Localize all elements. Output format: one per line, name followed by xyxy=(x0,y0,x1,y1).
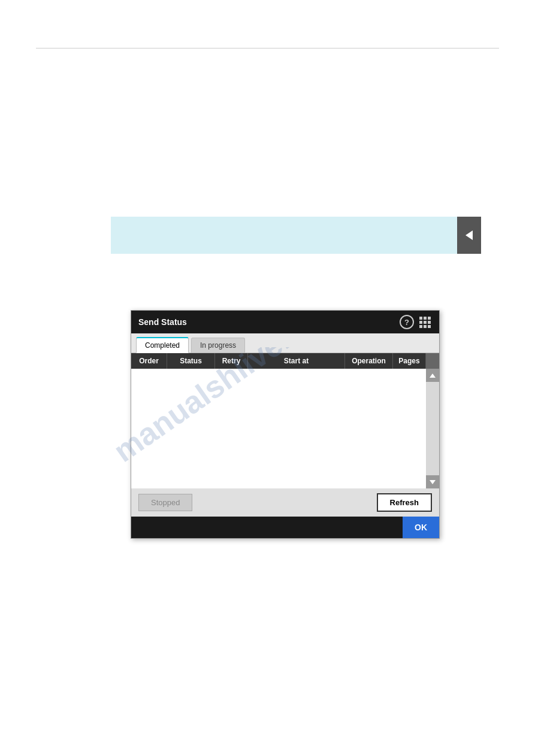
table-header: Order Status Retry Start at Operation Pa… xyxy=(131,353,439,369)
ok-button[interactable]: OK xyxy=(403,517,439,538)
dialog-footer: Stopped Refresh xyxy=(131,488,439,517)
col-scroll-placeholder xyxy=(426,353,439,369)
col-operation: Operation xyxy=(345,353,393,369)
help-icon-button[interactable]: ? xyxy=(400,315,414,329)
col-pages: Pages xyxy=(393,353,426,369)
titlebar-icons: ? xyxy=(400,315,432,329)
refresh-button[interactable]: Refresh xyxy=(377,493,432,512)
dialog-title: Send Status xyxy=(138,317,187,327)
scroll-track xyxy=(426,382,439,475)
scroll-down-button[interactable] xyxy=(426,475,439,488)
tab-in-progress[interactable]: In progress xyxy=(191,338,245,353)
table-rows xyxy=(131,369,426,488)
send-status-dialog: Send Status ? Completed xyxy=(131,310,440,539)
dialog-bottombar: OK xyxy=(131,517,439,538)
dialog-tabs: Completed In progress xyxy=(131,333,439,353)
top-divider xyxy=(36,48,499,48)
col-status: Status xyxy=(167,353,215,369)
scrollbar xyxy=(426,369,439,488)
banner xyxy=(111,217,481,254)
col-retry: Retry xyxy=(215,353,248,369)
scroll-up-button[interactable] xyxy=(426,369,439,382)
arrow-up-icon xyxy=(430,374,436,378)
dialog-titlebar: Send Status ? xyxy=(131,311,439,333)
grid-dots-icon xyxy=(419,317,431,328)
col-start-at: Start at xyxy=(248,353,345,369)
col-order: Order xyxy=(131,353,167,369)
table-body xyxy=(131,369,439,488)
arrow-left-icon xyxy=(466,230,473,240)
tab-completed[interactable]: Completed xyxy=(136,337,189,353)
grid-icon-button[interactable] xyxy=(418,315,432,329)
banner-arrow-button[interactable] xyxy=(457,217,481,254)
stopped-button[interactable]: Stopped xyxy=(138,494,192,511)
arrow-down-icon xyxy=(430,480,436,484)
dialog-body: Order Status Retry Start at Operation Pa… xyxy=(131,353,439,488)
